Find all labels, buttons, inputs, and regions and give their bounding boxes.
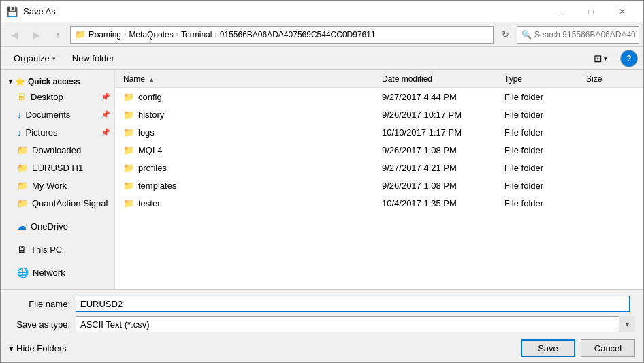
folder-icon: 📁 <box>123 180 134 191</box>
file-name-cell: 📁 config <box>120 92 379 102</box>
thispc-label: This PC <box>31 244 62 255</box>
folder-icon: 📁 <box>123 127 134 138</box>
refresh-button[interactable]: ↻ <box>496 26 514 44</box>
table-row[interactable]: 📁 logs 10/10/2017 1:17 PM File folder <box>115 123 643 141</box>
pictures-icon: ↓ <box>17 127 22 138</box>
file-name-cell: 📁 profiles <box>120 163 379 173</box>
close-button[interactable]: ✕ <box>607 1 638 22</box>
view-button[interactable]: ⊞ ▾ <box>587 50 613 67</box>
file-name-cell: 📁 history <box>120 110 379 120</box>
search-input[interactable] <box>534 30 637 40</box>
crumb-sep-2: › <box>176 31 178 38</box>
file-type-cell: File folder <box>502 163 583 173</box>
sidebar: ▾ ⭐ Quick access 🖥 Desktop 📌 ↓ Documents… <box>1 70 115 289</box>
table-row[interactable]: 📁 templates 9/26/2017 1:08 PM File folde… <box>115 176 643 194</box>
crumb-terminal[interactable]: Terminal <box>181 30 212 40</box>
thispc-icon: 🖥 <box>17 244 27 255</box>
forward-button[interactable]: ▶ <box>27 25 46 44</box>
view-icon: ⊞ <box>594 52 602 65</box>
sidebar-item-onedrive[interactable]: ☁ OneDrive <box>1 217 114 235</box>
main-content: ▾ ⭐ Quick access 🖥 Desktop 📌 ↓ Documents… <box>1 70 643 289</box>
organize-label: Organize <box>14 53 50 63</box>
up-button[interactable]: ↑ <box>48 25 67 44</box>
sidebar-item-mywork[interactable]: 📁 My Work <box>1 176 114 194</box>
bottom-panel: File name: Save as type: ASCII Text (*.c… <box>1 289 643 362</box>
quick-access-icon: ⭐ <box>15 77 25 86</box>
file-date: 10/4/2017 1:35 PM <box>382 198 457 208</box>
file-date-cell: 9/26/2017 1:08 PM <box>379 180 502 191</box>
refresh-icon: ↻ <box>502 29 509 40</box>
file-name: config <box>138 92 162 102</box>
organize-button[interactable]: Organize ▾ <box>6 49 63 68</box>
file-name-cell: 📁 templates <box>120 180 379 191</box>
folder-icon: 📁 <box>123 163 134 173</box>
pictures-label: Pictures <box>26 127 58 138</box>
file-type-cell: File folder <box>502 127 583 138</box>
file-date: 10/10/2017 1:17 PM <box>382 127 462 138</box>
documents-icon: ↓ <box>17 110 22 120</box>
file-type: File folder <box>504 145 543 155</box>
table-row[interactable]: 📁 profiles 9/27/2017 4:21 PM File folder <box>115 159 643 176</box>
help-button[interactable]: ? <box>620 50 638 67</box>
col-type-label: Type <box>504 74 522 84</box>
file-type-cell: File folder <box>502 180 583 191</box>
hide-folders-button[interactable]: ▾ Hide Folders <box>9 343 67 353</box>
cancel-button[interactable]: Cancel <box>581 339 635 357</box>
savetype-label: Save as type: <box>9 319 70 330</box>
col-name[interactable]: Name ▲ <box>120 74 379 84</box>
sidebar-item-pictures[interactable]: ↓ Pictures 📌 <box>1 123 114 141</box>
table-row[interactable]: 📁 MQL4 9/26/2017 1:08 PM File folder <box>115 141 643 159</box>
save-button[interactable]: Save <box>521 339 575 357</box>
file-date: 9/27/2017 4:21 PM <box>382 163 457 173</box>
maximize-button[interactable]: □ <box>575 1 607 22</box>
col-date[interactable]: Date modified <box>379 74 502 84</box>
quick-access-label: Quick access <box>28 77 80 86</box>
sidebar-item-network[interactable]: 🌐 Network <box>1 264 114 281</box>
documents-label: Documents <box>26 110 71 120</box>
search-box[interactable]: 🔍 <box>517 26 639 44</box>
savetype-select[interactable]: ASCII Text (*.csv) <box>76 316 635 332</box>
quick-access-section[interactable]: ▾ ⭐ Quick access <box>1 73 114 88</box>
sidebar-item-thispc[interactable]: 🖥 This PC <box>1 240 114 258</box>
sidebar-item-documents[interactable]: ↓ Documents 📌 <box>1 106 114 123</box>
crumb-sep-3: › <box>214 31 216 38</box>
table-row[interactable]: 📁 config 9/27/2017 4:44 PM File folder <box>115 88 643 106</box>
view-chevron: ▾ <box>604 55 607 62</box>
sidebar-item-desktop[interactable]: 🖥 Desktop 📌 <box>1 88 114 106</box>
address-bar[interactable]: 📁 Roaming › MetaQuotes › Terminal › 9155… <box>70 26 494 44</box>
file-type: File folder <box>504 110 543 120</box>
file-type-cell: File folder <box>502 110 583 120</box>
file-type-cell: File folder <box>502 145 583 155</box>
file-date-cell: 9/26/2017 10:17 PM <box>379 110 502 120</box>
minimize-button[interactable]: ─ <box>544 1 575 22</box>
file-type: File folder <box>504 163 543 173</box>
folder-icon: 📁 <box>123 198 134 208</box>
file-name: tester <box>138 198 161 208</box>
new-folder-button[interactable]: New folder <box>65 49 122 68</box>
savetype-wrapper: ASCII Text (*.csv) ▾ <box>76 316 635 332</box>
filename-label: File name: <box>9 299 70 309</box>
organize-chevron: ▾ <box>52 55 56 62</box>
file-type-cell: File folder <box>502 92 583 102</box>
file-date-cell: 10/4/2017 1:35 PM <box>379 198 502 208</box>
crumb-sep-1: › <box>124 31 126 38</box>
file-list-header: Name ▲ Date modified Type Size <box>115 70 643 88</box>
file-name: MQL4 <box>138 145 162 155</box>
file-name: logs <box>138 127 155 138</box>
col-type[interactable]: Type <box>502 74 583 84</box>
crumb-metaquotes[interactable]: MetaQuotes <box>129 30 173 40</box>
quantaction-label: QuantAction Signal <box>32 198 108 208</box>
crumb-roaming[interactable]: Roaming <box>88 30 121 40</box>
filename-input[interactable] <box>76 296 630 312</box>
back-button[interactable]: ◀ <box>5 25 24 44</box>
file-type: File folder <box>504 198 543 208</box>
folder-icon: 📁 <box>123 110 134 120</box>
table-row[interactable]: 📁 tester 10/4/2017 1:35 PM File folder <box>115 194 643 212</box>
quick-access-chevron: ▾ <box>9 78 12 85</box>
sidebar-item-eurusd[interactable]: 📁 EURUSD H1 <box>1 159 114 176</box>
col-size[interactable]: Size <box>583 74 638 84</box>
sidebar-item-downloaded[interactable]: 📁 Downloaded <box>1 141 114 159</box>
table-row[interactable]: 📁 history 9/26/2017 10:17 PM File folder <box>115 106 643 123</box>
sort-asc-icon: ▲ <box>148 76 155 83</box>
sidebar-item-quantaction[interactable]: 📁 QuantAction Signal <box>1 194 114 212</box>
